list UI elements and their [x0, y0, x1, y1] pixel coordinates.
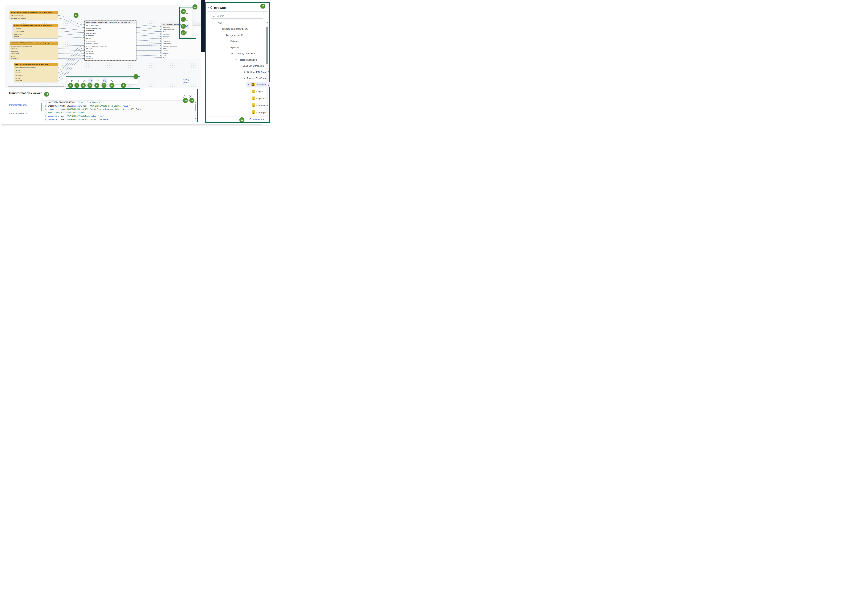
lineage-node-countries[interactable]: APPLICATION.COUNTRIES[Microsoft_SQL_by_E…: [13, 24, 58, 38]
scroll-up-icon[interactable]: [195, 102, 197, 103]
node-field[interactable]: CITYID: [85, 55, 136, 58]
tree-item-label: Pipelines: [230, 46, 240, 49]
tree-item-pipelines[interactable]: Pipelines: [227, 45, 240, 49]
tree-item-lineage-demo-df[interactable]: lineage-demo-df: [223, 33, 243, 37]
view-status-link[interactable]: View status: [248, 118, 264, 121]
active-tab-indicator: [42, 102, 42, 111]
chevron-down-icon[interactable]: [227, 46, 229, 48]
tree-item-label: Load City Dimension: [243, 65, 264, 67]
canvas-horizontal-scrollbar[interactable]: [8, 86, 64, 87]
scroll-down-icon[interactable]: [266, 105, 268, 107]
fold-chevron-icon[interactable]: ▾: [48, 101, 49, 104]
node-field[interactable]: STATEPROVINCEID: [85, 43, 136, 45]
node-field[interactable]: SALESTERRITORY: [85, 25, 136, 27]
node-field[interactable]: STATEPROVINCENAME: [85, 27, 136, 30]
lineage-node-cities[interactable]: APPLICATION.CITIES[Microsoft_SQL_by_Edge…: [14, 63, 58, 82]
node-field[interactable]: SUBREGION: [13, 33, 57, 36]
node-field[interactable]: LatestRecordedPopulation: [162, 45, 201, 47]
node-field[interactable]: LOCATION: [10, 50, 58, 53]
node-field[interactable]: VALIDTO: [14, 69, 57, 72]
node-field[interactable]: LASTEDITEDBY: [85, 40, 136, 43]
node-field[interactable]: COUNTRYNAME: [13, 30, 57, 33]
compass-icon[interactable]: [102, 78, 107, 84]
node-field[interactable]: STATEPROVINCENAME: [10, 17, 58, 20]
target-icon[interactable]: [95, 78, 100, 84]
node-field[interactable]: CITYNAME: [14, 79, 57, 82]
annotation-badge-9: 9: [121, 83, 126, 88]
code-scrollbar[interactable]: [195, 101, 196, 122]
display-options-link[interactable]: Display options: [182, 77, 189, 84]
node-field[interactable]: CITYNAME: [85, 58, 136, 60]
tree-item-continent[interactable]: Continent: [252, 104, 266, 107]
chevron-down-icon[interactable]: [239, 65, 242, 67]
node-field[interactable]: CITYNAME: [10, 57, 58, 60]
code-line: 3parameter: name='##VARIABLE##Last ETL C…: [42, 108, 194, 111]
node-field[interactable]: VALIDTO: [85, 48, 136, 50]
tree-item-collibra3-onmicrosoft-com[interactable]: collibra3.onmicrosoft.com: [219, 27, 248, 31]
node-field[interactable]: VALIDTO: [10, 48, 58, 50]
chevron-down-icon[interactable]: [248, 84, 250, 85]
search-icon[interactable]: [110, 78, 115, 84]
tree-item-cityid[interactable]: CityID: [252, 90, 262, 93]
tree-item-pipeline-definition[interactable]: Pipeline Definition: [235, 58, 257, 62]
node-field[interactable]: LastEditedBy: [162, 40, 201, 43]
node-field[interactable]: CITYID: [14, 77, 57, 79]
node-field[interactable]: LOCATION: [85, 50, 136, 53]
node-field[interactable]: CityID: [162, 54, 201, 57]
node-field[interactable]: SUBREGION: [85, 35, 136, 37]
node-field[interactable]: CONTINENT: [13, 27, 57, 30]
chevron-down-icon[interactable]: [219, 28, 221, 30]
chevron-right-icon[interactable]: [243, 71, 246, 73]
chevron-down-icon[interactable]: [223, 34, 225, 36]
tree-scrollbar[interactable]: [266, 21, 268, 116]
node-field[interactable]: Region: [162, 38, 201, 40]
lineage-node-sql_oltp_cities[interactable]: APPLICATION.SQL_OLTP_CITIES_1_120[Micros…: [84, 20, 136, 61]
scroll-down-icon[interactable]: [195, 118, 197, 119]
node-field[interactable]: LATESTRECORDEDPOPULATION: [14, 67, 57, 69]
tree-item-load-city-dimension[interactable]: Load City Dimension: [231, 52, 255, 56]
lineage-node-stateprovinces[interactable]: APPLICATION.STATEPROVINCES[Microsoft_SQL…: [10, 11, 58, 20]
node-field[interactable]: REGION: [13, 36, 57, 38]
chevron-down-icon[interactable]: [235, 59, 238, 61]
node-field[interactable]: LOCATION: [14, 72, 57, 74]
node-field[interactable]: LATESTRECORDEDPOPULATION: [10, 45, 58, 48]
node-field[interactable]: LATESTRECORDEDPOPULATION: [85, 45, 136, 48]
node-field[interactable]: StateProvinceID: [162, 43, 201, 45]
tree-item-adf[interactable]: ADF: [214, 21, 222, 25]
chevron-right-icon[interactable]: [227, 40, 229, 42]
tree-item-datasets[interactable]: Datasets: [227, 39, 239, 43]
report-icon[interactable]: [69, 78, 74, 84]
lineage-canvas[interactable]: APPLICATION.STATEPROVINCES[Microsoft_SQL…: [5, 5, 201, 88]
tab-transformation-156[interactable]: Transformation 156: [9, 112, 28, 115]
search-box[interactable]: [210, 13, 264, 19]
node-field[interactable]: VALIDFROM: [14, 74, 57, 77]
map-icon[interactable]: [76, 78, 81, 84]
scroll-thumb[interactable]: [266, 27, 268, 64]
lineage-node-cities_archive[interactable]: APPLICATION.CITIES_ARCHIVE[Microsoft_SQL…: [10, 42, 58, 60]
code-line: 2CALLED WITH PARAMETERS:parameter: name=…: [42, 104, 194, 108]
node-field[interactable]: CITYID: [10, 55, 58, 57]
tree-item-cityname[interactable]: CityName: [252, 96, 266, 100]
node-field[interactable]: REGION: [85, 37, 136, 40]
node-field[interactable]: CityName: [162, 57, 201, 59]
download-icon[interactable]: [82, 78, 87, 84]
scroll-thumb[interactable]: [195, 104, 196, 111]
node-field[interactable]: VALIDFROM: [10, 53, 58, 55]
node-field[interactable]: ValidFrom: [162, 52, 201, 54]
chevron-down-icon[interactable]: [243, 77, 246, 79]
code-icon[interactable]: [88, 78, 93, 84]
scroll-up-icon[interactable]: [266, 22, 268, 23]
node-field[interactable]: Location: [162, 50, 201, 52]
chevron-down-icon[interactable]: [214, 22, 217, 24]
search-input[interactable]: [216, 14, 259, 17]
node-field[interactable]: SALESTERRITORY: [10, 14, 58, 17]
node-field[interactable]: CONTINENT: [85, 30, 136, 32]
tree-item-load-city-dimension[interactable]: Load City Dimension: [239, 64, 264, 68]
tree-item-label: Load City Dimension: [234, 52, 255, 55]
tree-item-process-city-changes[interactable]: Process City Changes: [243, 76, 270, 80]
node-field[interactable]: ValidTo: [162, 47, 201, 50]
chevron-down-icon[interactable]: [231, 53, 234, 55]
tab-transformation-95[interactable]: Transformation 95: [9, 104, 27, 106]
node-field[interactable]: VALIDFROM: [85, 53, 136, 55]
node-field[interactable]: COUNTRYNAME: [85, 32, 136, 35]
